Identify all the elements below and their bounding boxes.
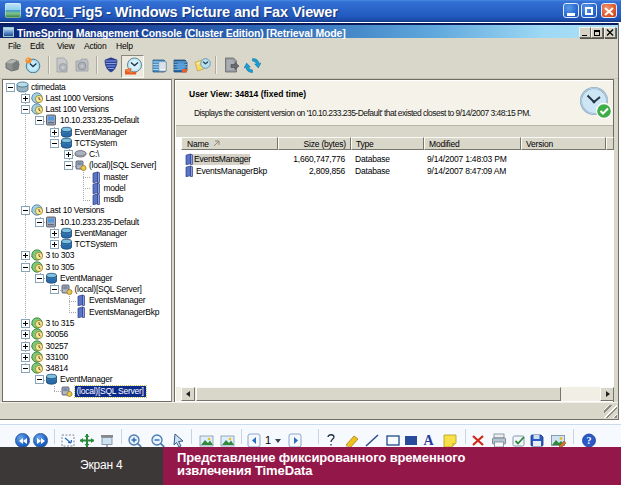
svg-text:?: ? (586, 435, 591, 446)
